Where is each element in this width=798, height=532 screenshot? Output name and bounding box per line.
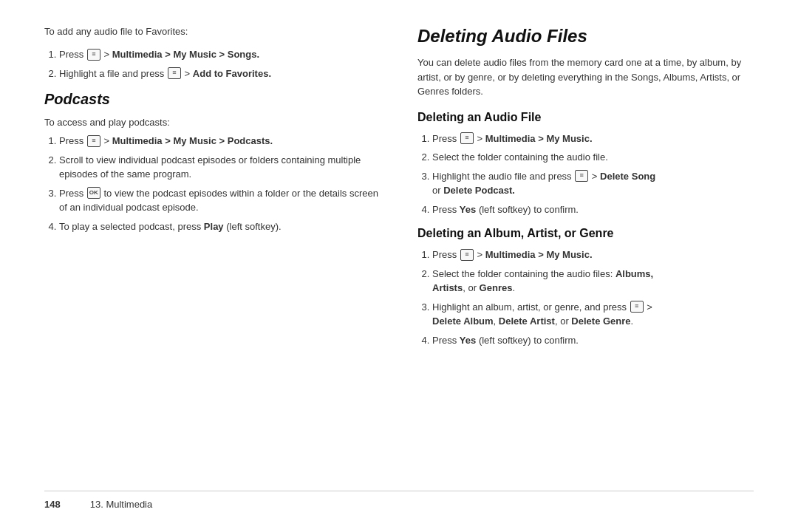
- fav-step2-text: Highlight a file and press: [59, 68, 167, 79]
- al-step3-prefix: Highlight an album, artist, or genre, an…: [432, 301, 630, 313]
- al-step2: Select the folder containing the audio f…: [432, 267, 754, 296]
- fav-step1-nav: > Multimedia > My Music > Songs.: [103, 49, 259, 60]
- fav-step2-nav: > Add to Favorites.: [185, 68, 271, 79]
- af-step4-text: Press Yes (left softkey) to confirm.: [432, 204, 579, 215]
- right-column: Deleting Audio Files You can delete audi…: [417, 22, 754, 483]
- af-step1-press: Press: [432, 133, 457, 144]
- af-step4: Press Yes (left softkey) to confirm.: [432, 202, 754, 217]
- fav-step1: Press ≡ > Multimedia > My Music > Songs.: [59, 47, 381, 62]
- al-step1-press: Press: [432, 249, 457, 260]
- al-step4-text: Press Yes (left softkey) to confirm.: [432, 335, 579, 346]
- podcasts-section: Podcasts To access and play podcasts: Pr…: [44, 91, 381, 233]
- af-step3-nav: > Delete Song: [592, 171, 655, 182]
- ok-icon: OK: [87, 187, 100, 199]
- intro-label: To add any audio file to Favorites:: [44, 26, 381, 37]
- deleting-title: Deleting Audio Files: [417, 26, 754, 47]
- af-step1: Press ≡ > Multimedia > My Music.: [432, 132, 754, 146]
- audio-file-list: Press ≡ > Multimedia > My Music. Select …: [417, 132, 754, 217]
- al-step2-prefix: Select the folder containing the audio f…: [432, 268, 653, 294]
- fav-step1-press: Press: [59, 49, 83, 60]
- menu-icon-al3: ≡: [630, 301, 644, 313]
- af-step3-suffix: or Delete Podcast.: [432, 185, 515, 196]
- favorites-list: Press ≡ > Multimedia > My Music > Songs.…: [44, 47, 381, 81]
- pod-step3-mid: to view the podcast episodes within a fo…: [59, 188, 378, 214]
- menu-icon-pod1: ≡: [87, 135, 100, 147]
- content-area: To add any audio file to Favorites: Pres…: [44, 22, 754, 483]
- menu-icon-al1: ≡: [460, 249, 474, 261]
- menu-icon-1: ≡: [87, 49, 100, 61]
- left-column: To add any audio file to Favorites: Pres…: [44, 22, 381, 483]
- footer-chapter: 13. Multimedia: [90, 499, 153, 510]
- pod-step1: Press ≡ > Multimedia > My Music > Podcas…: [59, 134, 381, 149]
- af-step3: Highlight the audio file and press ≡ > D…: [432, 169, 754, 198]
- al-step3: Highlight an album, artist, or genre, an…: [432, 300, 754, 329]
- podcasts-title: Podcasts: [44, 91, 381, 108]
- menu-icon-af1: ≡: [460, 132, 474, 144]
- pod-step4-text: To play a selected podcast, press Play (…: [59, 221, 282, 232]
- pod-step4: To play a selected podcast, press Play (…: [59, 219, 381, 234]
- footer-page-number: 148: [44, 499, 61, 510]
- al-step1: Press ≡ > Multimedia > My Music.: [432, 248, 754, 262]
- al-step4: Press Yes (left softkey) to confirm.: [432, 333, 754, 348]
- af-step1-nav: > Multimedia > My Music.: [477, 133, 592, 144]
- description-text: You can delete audio files from the memo…: [417, 55, 754, 99]
- podcasts-list: Press ≡ > Multimedia > My Music > Podcas…: [44, 134, 381, 233]
- af-step3-prefix: Highlight the audio file and press: [432, 171, 574, 182]
- page-container: To add any audio file to Favorites: Pres…: [0, 0, 798, 532]
- audio-file-title: Deleting an Audio File: [417, 111, 754, 124]
- al-step1-nav: > Multimedia > My Music.: [477, 249, 592, 260]
- podcasts-label: To access and play podcasts:: [44, 117, 381, 128]
- album-title: Deleting an Album, Artist, or Genre: [417, 227, 754, 240]
- pod-step2: Scroll to view individual podcast episod…: [59, 153, 381, 182]
- fav-step2: Highlight a file and press ≡ > Add to Fa…: [59, 66, 381, 81]
- pod-step1-nav: > Multimedia > My Music > Podcasts.: [103, 135, 273, 146]
- al-step3-bold: Delete Album, Delete Artist, or Delete G…: [432, 316, 633, 327]
- pod-step3-press: Press: [59, 188, 83, 199]
- al-step3-nav: >: [647, 301, 652, 313]
- pod-step3: Press OK to view the podcast episodes wi…: [59, 186, 381, 215]
- menu-icon-af3: ≡: [575, 170, 588, 182]
- footer: 148 13. Multimedia: [44, 491, 754, 510]
- pod-step1-press: Press: [59, 135, 83, 146]
- menu-icon-2: ≡: [168, 67, 181, 79]
- album-list: Press ≡ > Multimedia > My Music. Select …: [417, 248, 754, 347]
- af-step2: Select the folder containing the audio f…: [432, 150, 754, 165]
